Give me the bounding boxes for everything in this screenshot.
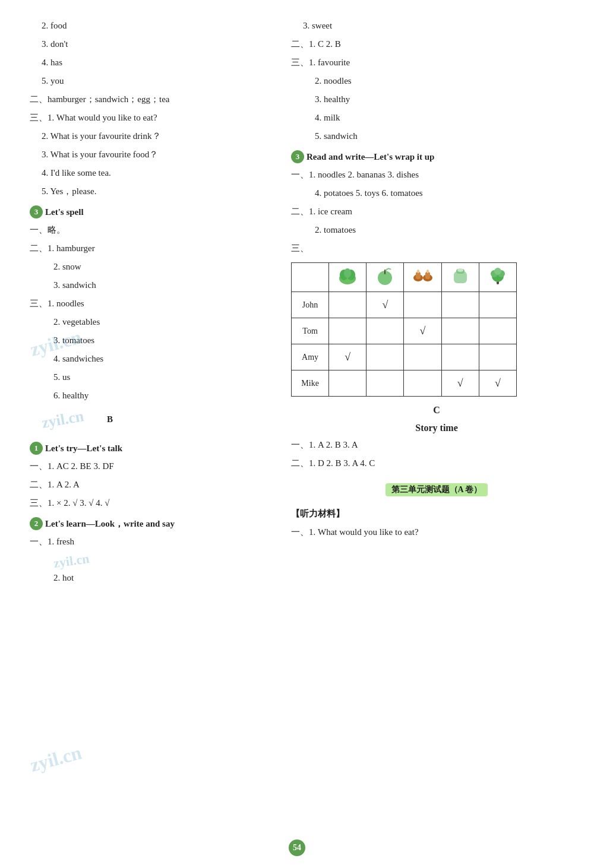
circle-3-right: 3 <box>291 150 304 163</box>
td-mike-2 <box>366 370 404 397</box>
san-item5: 5. Yes，please. <box>30 183 273 199</box>
td-john-5 <box>479 292 516 318</box>
td-amy-3 <box>404 344 441 370</box>
td-john-2: √ <box>366 292 404 318</box>
rw-er-1: 二、1. ice cream <box>291 204 582 220</box>
story-yi: 一、1. A 2. B 3. A <box>291 437 582 453</box>
highlight-box-container: 第三单元测试题（A 卷） <box>291 480 582 500</box>
table-row-amy: Amy √ <box>292 344 517 370</box>
right-sweet: 3. sweet <box>291 18 582 34</box>
circle-2-left: 2 <box>30 517 43 530</box>
svg-rect-11 <box>426 270 429 273</box>
table-row-john: John √ <box>292 292 517 318</box>
food-table: John √ Tom √ Amy √ <box>291 262 517 397</box>
highlight-box: 第三单元测试题（A 卷） <box>386 483 488 496</box>
san-sandwiches: 4. sandwiches <box>30 351 273 367</box>
page-number-container: 54 <box>289 840 305 856</box>
td-tom-2 <box>366 318 404 344</box>
table-row-tom: Tom √ <box>292 318 517 344</box>
er-sandwich: 3. sandwich <box>30 277 273 293</box>
rw-yi-1: 一、1. noodles 2. bananas 3. dishes <box>291 167 582 183</box>
td-john-3 <box>404 292 441 318</box>
td-amy-name: Amy <box>292 344 329 370</box>
listen-item: 一、1. What would you like to eat? <box>291 524 582 540</box>
rw-san-label: 三、 <box>291 240 582 256</box>
lets-spell-title: 3 Let's spell <box>30 205 273 218</box>
listen-label: 【听力材料】 <box>291 506 582 522</box>
td-john-4 <box>441 292 479 318</box>
yi-hot: 2. hot <box>30 570 273 586</box>
td-amy-1: √ <box>329 344 366 370</box>
san-noodles-label: 三、1. noodles <box>30 296 273 312</box>
san-item4: 4. I'd like some tea. <box>30 165 273 181</box>
wm-bottom-inner: zyil.cn <box>53 552 90 570</box>
er-section: 二、hamburger；sandwich；egg；tea <box>30 91 273 107</box>
circle-3-left: 3 <box>30 205 43 218</box>
th-food4 <box>441 263 479 292</box>
lets-learn-label: Let's learn—Look，write and say <box>45 518 175 530</box>
svg-point-19 <box>494 268 501 275</box>
table-row-mike: Mike √ √ <box>292 370 517 397</box>
th-food5 <box>479 263 516 292</box>
er-label: 二、hamburger；sandwich；egg；tea <box>30 94 170 104</box>
td-tom-4 <box>441 318 479 344</box>
er-snow: 2. snow <box>30 259 273 275</box>
td-amy-5 <box>479 344 516 370</box>
svg-point-14 <box>457 268 463 272</box>
th-empty <box>292 263 329 292</box>
left-item-food: 2. food <box>30 18 273 34</box>
yi-ac-be-df: 一、1. AC 2. BE 3. DF <box>30 458 273 474</box>
td-john-1 <box>329 292 366 318</box>
san-label: 三、1. What would you like to eat? <box>30 113 157 122</box>
right-column: 3. sweet 二、1. C 2. B 三、1. favourite 2. n… <box>285 18 582 832</box>
th-food2 <box>366 263 404 292</box>
rw-er-2: 2. tomatoes <box>291 222 582 238</box>
watermark-area-left: zyil.cn B <box>30 406 273 436</box>
svg-rect-8 <box>417 270 419 273</box>
right-san-noodles: 2. noodles <box>291 73 582 89</box>
td-tom-name: Tom <box>292 318 329 344</box>
lets-spell-label: Let's spell <box>45 207 84 217</box>
read-write-title: 3 Read and write—Let's wrap it up <box>291 150 582 163</box>
td-mike-5: √ <box>479 370 516 397</box>
circle-1-left: 1 <box>30 442 43 455</box>
td-tom-1 <box>329 318 366 344</box>
section-c-label: C <box>291 405 582 416</box>
lets-talk-title: 1 Let's try—Let's talk <box>30 442 273 455</box>
story-er: 二、1. D 2. B 3. A 4. C <box>291 455 582 471</box>
td-mike-name: Mike <box>292 370 329 397</box>
yi-fresh-label: 一、1. fresh <box>30 534 273 550</box>
td-amy-4 <box>441 344 479 370</box>
td-tom-3: √ <box>404 318 441 344</box>
wm-left-inner: zyil.cn <box>40 407 86 432</box>
left-item-you: 5. you <box>30 73 273 89</box>
san-vegetables: 2. vegetables <box>30 314 273 330</box>
right-san-milk: 4. milk <box>291 110 582 126</box>
san-checks: 三、1. × 2. √ 3. √ 4. √ <box>30 495 273 511</box>
san-section: 三、1. What would you like to eat? <box>30 110 273 126</box>
td-john-name: John <box>292 292 329 318</box>
yi-lue: 一、略。 <box>30 222 273 238</box>
right-san-label: 三、1. favourite <box>291 55 582 71</box>
th-food3 <box>404 263 441 292</box>
td-amy-2 <box>366 344 404 370</box>
td-mike-1 <box>329 370 366 397</box>
rw-yi-2: 4. potatoes 5. toys 6. tomatoes <box>291 185 582 201</box>
er-hamburger-label: 二、1. hamburger <box>30 240 273 256</box>
san-item3: 3. What is your favourite food？ <box>30 147 273 163</box>
lets-talk-label: Let's try—Let's talk <box>45 443 122 454</box>
page: 2. food 3. don't 4. has 5. you 二、hamburg… <box>0 0 594 868</box>
lets-learn-title: 2 Let's learn—Look，write and say <box>30 517 273 530</box>
san-healthy: 6. healthy <box>30 388 273 404</box>
right-er-cb: 二、1. C 2. B <box>291 36 582 52</box>
section-B-label-inline: B <box>107 414 113 425</box>
td-mike-3 <box>404 370 441 397</box>
left-item-has: 4. has <box>30 55 273 71</box>
san-item2: 2. What is your favourite drink？ <box>30 128 273 144</box>
right-san-sandwich: 5. sandwich <box>291 128 582 144</box>
svg-point-3 <box>344 268 351 278</box>
san-us: 5. us <box>30 369 273 385</box>
er-a-a: 二、1. A 2. A <box>30 477 273 493</box>
read-write-label: Read and write—Let's wrap it up <box>307 152 434 162</box>
san-tomatoes: 3. tomatoes <box>30 332 273 349</box>
